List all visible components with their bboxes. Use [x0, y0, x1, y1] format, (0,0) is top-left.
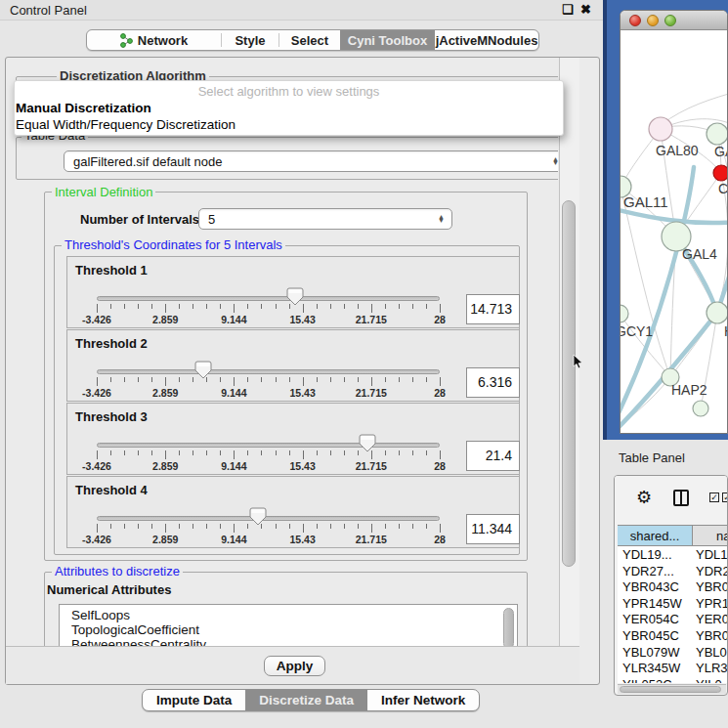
tick-mark: [261, 450, 262, 455]
table-row[interactable]: YBR043CYBR0: [618, 578, 728, 595]
threshold-2-label: Threshold 2: [75, 336, 148, 351]
table-row[interactable]: YPR145WYPR1: [618, 595, 728, 612]
table-row[interactable]: YDL19...YDL1: [618, 546, 728, 563]
tab-infer-network[interactable]: Infer Network: [367, 690, 479, 710]
node-label: GAL4: [682, 246, 717, 262]
panel-scrollbar-thumb[interactable]: [562, 200, 576, 567]
column-header-shared-name[interactable]: shared...: [618, 526, 693, 545]
threshold-1-label: Threshold 1: [75, 263, 148, 278]
checkbox-icon[interactable]: ✓: [722, 492, 728, 502]
tick-mark: [303, 450, 304, 459]
tab-select[interactable]: Select: [279, 30, 340, 50]
table-row[interactable]: YDR27...YDR2: [618, 563, 728, 579]
tick-mark: [220, 450, 221, 455]
tick-mark: [220, 304, 221, 309]
network-node-red[interactable]: [713, 165, 728, 181]
threshold-3-slider-track[interactable]: [97, 443, 440, 448]
stepper-icon: ▲▼: [552, 157, 558, 165]
minimize-traffic-light[interactable]: [647, 15, 659, 26]
numerical-attributes-list[interactable]: SelfLoopsTopologicalCoefficientBetweenne…: [59, 604, 518, 646]
tab-discretize-data[interactable]: Discretize Data: [245, 690, 367, 710]
tick-mark: [234, 450, 235, 459]
tick-mark: [412, 524, 413, 529]
close-icon[interactable]: ✖: [580, 2, 591, 17]
tick-label: 15.43: [289, 460, 315, 472]
table-hscrollbar-thumb[interactable]: [620, 686, 721, 693]
cyni-panel-content: Discretization Algorithm ▲▼ Table Data g…: [6, 58, 558, 646]
column-header-name[interactable]: na: [693, 526, 728, 545]
network-node-green[interactable]: [621, 305, 628, 322]
close-traffic-light[interactable]: [629, 15, 641, 26]
tick-mark: [371, 524, 372, 533]
table-data-combo[interactable]: galFiltered.sif default node ▲▼: [64, 150, 558, 172]
table-hscrollbar[interactable]: [618, 684, 726, 694]
network-node-green[interactable]: [707, 302, 728, 323]
table-row[interactable]: YLR345WYLR3: [618, 660, 728, 676]
threshold-2-slider-thumb[interactable]: [194, 361, 212, 380]
threshold-1-slider-track[interactable]: [97, 296, 440, 301]
tick-mark: [97, 377, 98, 386]
tick-label: 28: [434, 460, 446, 472]
threshold-3-block: Threshold 3 -3.4262.8599.14415.4321.7152…: [66, 403, 520, 475]
tick-mark: [234, 377, 235, 386]
gear-icon[interactable]: ⚙: [636, 487, 652, 508]
threshold-4-value[interactable]: 11.344: [466, 514, 520, 544]
network-canvas[interactable]: GAL80GACGAL11GAL4GCY1HHAP2: [621, 30, 728, 434]
tab-style[interactable]: Style: [222, 30, 278, 50]
apply-button[interactable]: Apply: [264, 656, 325, 676]
network-node-green[interactable]: [693, 401, 708, 416]
tick-mark: [276, 524, 277, 529]
zoom-traffic-light[interactable]: [664, 15, 676, 26]
tick-mark: [110, 524, 111, 529]
table-row[interactable]: YBL079WYBL0: [618, 644, 728, 661]
cell-name: YPR1: [696, 596, 728, 611]
table-row[interactable]: YBR045CYBR0: [618, 627, 728, 644]
cell-shared-name: YIL052C: [622, 677, 672, 683]
table-row[interactable]: YIL052CYIL0: [618, 676, 728, 683]
network-node-green[interactable]: [707, 123, 728, 145]
algorithm-option-equal-width[interactable]: Equal Width/Frequency Discretization: [16, 117, 236, 132]
threshold-3-value[interactable]: 21.4: [466, 441, 520, 471]
algorithm-option-manual[interactable]: Manual Discretization: [16, 101, 151, 115]
tick-mark: [426, 450, 427, 455]
checkbox-icon[interactable]: ✓: [709, 492, 719, 502]
slider-ticks: [97, 524, 440, 534]
attribute-list-item[interactable]: TopologicalCoefficient: [71, 622, 199, 637]
network-view-window[interactable]: GAL80GACGAL11GAL4GCY1HHAP2: [620, 10, 728, 434]
float-icon[interactable]: ❏: [562, 2, 574, 17]
threshold-1-slider-thumb[interactable]: [286, 287, 304, 307]
threshold-1-value[interactable]: 14.713: [466, 294, 520, 324]
network-window-titlebar[interactable]: [621, 11, 727, 30]
list-scrollbar[interactable]: [503, 608, 514, 646]
attribute-list-item[interactable]: BetweennessCentrality: [71, 637, 206, 646]
tick-label: 21.715: [356, 314, 387, 325]
threshold-4-slider-track[interactable]: [97, 516, 440, 521]
bottom-tab-bar: Impute Data Discretize Data Infer Networ…: [142, 689, 480, 711]
threshold-4-slider-thumb[interactable]: [249, 507, 267, 527]
tab-cyni-toolbox[interactable]: Cyni Toolbox: [340, 30, 435, 50]
tick-mark: [344, 524, 345, 529]
threshold-3-slider-thumb[interactable]: [359, 434, 376, 453]
tick-label: -3.426: [82, 460, 111, 472]
tab-network[interactable]: Network: [87, 30, 221, 50]
network-node-pink[interactable]: [649, 117, 672, 141]
threshold-2-value[interactable]: 6.316: [466, 367, 520, 398]
tick-label: 21.715: [356, 387, 387, 399]
tick-mark: [124, 450, 125, 455]
cell-name: YDR2: [696, 564, 728, 578]
table-row[interactable]: YER054CYER0: [618, 611, 728, 627]
tick-mark: [303, 524, 304, 533]
attribute-list-item[interactable]: SelfLoops: [71, 608, 130, 622]
tick-mark: [317, 524, 318, 529]
tick-label: 15.43: [289, 387, 315, 399]
slider-ticks: [97, 450, 440, 460]
tick-mark: [399, 524, 400, 529]
tick-mark: [440, 304, 441, 313]
tab-jactivemnodules[interactable]: jActiveMNodules: [435, 30, 538, 50]
tab-impute-data[interactable]: Impute Data: [143, 690, 245, 710]
number-of-intervals-combo[interactable]: 5 ▲▼: [198, 208, 452, 230]
tick-mark: [412, 377, 413, 382]
threshold-2-slider-track[interactable]: [97, 369, 440, 374]
tick-mark: [371, 304, 372, 313]
columns-icon[interactable]: [673, 490, 689, 506]
